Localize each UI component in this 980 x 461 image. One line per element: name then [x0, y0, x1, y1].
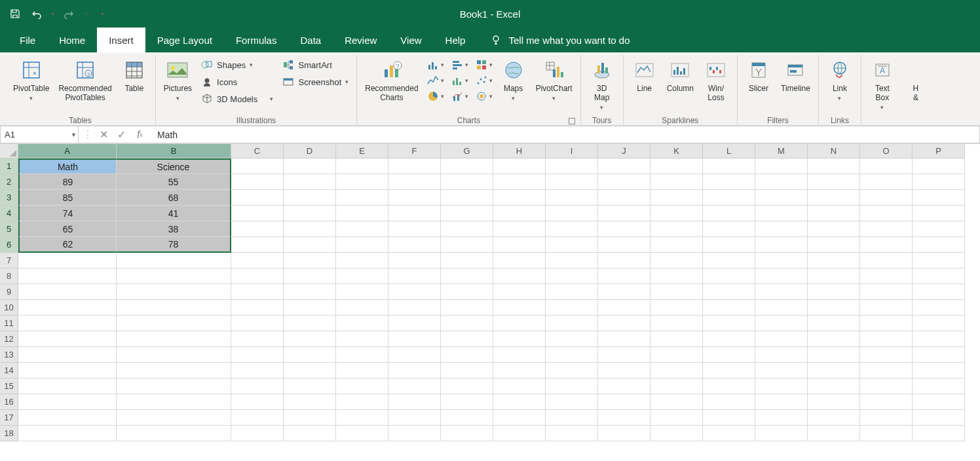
cell-H18[interactable] — [493, 426, 546, 441]
cell-L13[interactable] — [703, 347, 755, 363]
cancel-formula-icon[interactable]: ✕ — [96, 128, 111, 142]
cell-C6[interactable] — [231, 237, 284, 253]
row-header-12[interactable]: 12 — [0, 331, 18, 347]
sparkline-column-button[interactable]: Column — [664, 58, 696, 94]
col-header-E[interactable]: E — [336, 144, 388, 158]
cell-G6[interactable] — [441, 237, 493, 253]
cell-P4[interactable] — [913, 206, 965, 221]
cell-B18[interactable] — [117, 426, 231, 441]
col-header-F[interactable]: F — [388, 144, 441, 158]
row-header-13[interactable]: 13 — [0, 347, 18, 363]
cell-J7[interactable] — [598, 253, 650, 268]
cell-K9[interactable] — [650, 284, 703, 300]
cell-O9[interactable] — [860, 284, 913, 300]
cell-I2[interactable] — [546, 174, 598, 190]
cell-D10[interactable] — [284, 300, 336, 316]
cell-G7[interactable] — [441, 253, 493, 268]
row-header-15[interactable]: 15 — [0, 378, 18, 394]
col-header-C[interactable]: C — [231, 144, 284, 158]
tab-formulas[interactable]: Formulas — [224, 28, 289, 52]
cell-G2[interactable] — [441, 174, 493, 190]
cell-N7[interactable] — [808, 253, 860, 268]
cell-E2[interactable] — [336, 174, 388, 190]
cell-G1[interactable] — [441, 158, 493, 174]
cell-O13[interactable] — [860, 347, 913, 363]
row-header-18[interactable]: 18 — [0, 426, 18, 441]
cell-J14[interactable] — [598, 363, 650, 378]
col-header-L[interactable]: L — [703, 144, 755, 158]
cell-E5[interactable] — [336, 221, 388, 237]
cell-G14[interactable] — [441, 363, 493, 378]
maps-button[interactable]: Maps▾ — [498, 58, 529, 104]
cell-C12[interactable] — [231, 331, 284, 347]
cell-L6[interactable] — [703, 237, 755, 253]
cell-K11[interactable] — [650, 316, 703, 331]
cell-P9[interactable] — [913, 284, 965, 300]
cell-L7[interactable] — [703, 253, 755, 268]
save-icon[interactable] — [9, 8, 21, 20]
cell-N2[interactable] — [808, 174, 860, 190]
cell-M12[interactable] — [755, 331, 808, 347]
cell-I6[interactable] — [546, 237, 598, 253]
cell-J5[interactable] — [598, 221, 650, 237]
cell-E7[interactable] — [336, 253, 388, 268]
cell-N17[interactable] — [808, 410, 860, 426]
cell-P6[interactable] — [913, 237, 965, 253]
cell-D9[interactable] — [284, 284, 336, 300]
cell-E1[interactable] — [336, 158, 388, 174]
cell-A2[interactable]: 89 — [18, 174, 117, 190]
col-header-G[interactable]: G — [441, 144, 493, 158]
cell-G12[interactable] — [441, 331, 493, 347]
cell-H14[interactable] — [493, 363, 546, 378]
cell-E10[interactable] — [336, 300, 388, 316]
cell-B6[interactable]: 78 — [117, 237, 231, 253]
cell-G15[interactable] — [441, 378, 493, 394]
cell-O3[interactable] — [860, 190, 913, 206]
cell-A8[interactable] — [18, 268, 117, 284]
tab-data[interactable]: Data — [288, 28, 333, 52]
cell-O6[interactable] — [860, 237, 913, 253]
line-chart-button[interactable]: ▾ — [425, 73, 445, 88]
cell-C10[interactable] — [231, 300, 284, 316]
cell-G5[interactable] — [441, 221, 493, 237]
cell-A9[interactable] — [18, 284, 117, 300]
cell-G17[interactable] — [441, 410, 493, 426]
cell-A10[interactable] — [18, 300, 117, 316]
col-header-D[interactable]: D — [284, 144, 336, 158]
cell-J4[interactable] — [598, 206, 650, 221]
insert-function-icon[interactable]: fx — [132, 128, 147, 142]
cell-J9[interactable] — [598, 284, 650, 300]
cell-K4[interactable] — [650, 206, 703, 221]
cell-I9[interactable] — [546, 284, 598, 300]
cell-P18[interactable] — [913, 426, 965, 441]
cell-D17[interactable] — [284, 410, 336, 426]
cell-O12[interactable] — [860, 331, 913, 347]
cell-K10[interactable] — [650, 300, 703, 316]
enter-formula-icon[interactable]: ✓ — [115, 128, 129, 142]
cell-C4[interactable] — [231, 206, 284, 221]
cell-K8[interactable] — [650, 268, 703, 284]
cell-I12[interactable] — [546, 331, 598, 347]
combo-chart-button[interactable]: ▾ — [449, 89, 470, 103]
cell-P15[interactable] — [913, 378, 965, 394]
cell-G10[interactable] — [441, 300, 493, 316]
cell-A15[interactable] — [18, 378, 117, 394]
cell-E8[interactable] — [336, 268, 388, 284]
col-header-N[interactable]: N — [808, 144, 860, 158]
cell-L11[interactable] — [703, 316, 755, 331]
cell-G13[interactable] — [441, 347, 493, 363]
cell-N10[interactable] — [808, 300, 860, 316]
cell-H3[interactable] — [493, 190, 546, 206]
cell-J3[interactable] — [598, 190, 650, 206]
row-header-6[interactable]: 6 — [0, 237, 18, 253]
cell-C16[interactable] — [231, 394, 284, 410]
cell-B9[interactable] — [117, 284, 231, 300]
cell-I10[interactable] — [546, 300, 598, 316]
cell-I3[interactable] — [546, 190, 598, 206]
cell-P11[interactable] — [913, 316, 965, 331]
row-header-16[interactable]: 16 — [0, 394, 18, 410]
cell-D12[interactable] — [284, 331, 336, 347]
charts-dialog-launcher[interactable] — [569, 118, 575, 124]
cell-J18[interactable] — [598, 426, 650, 441]
sparkline-winloss-button[interactable]: Win/ Loss — [700, 58, 732, 103]
